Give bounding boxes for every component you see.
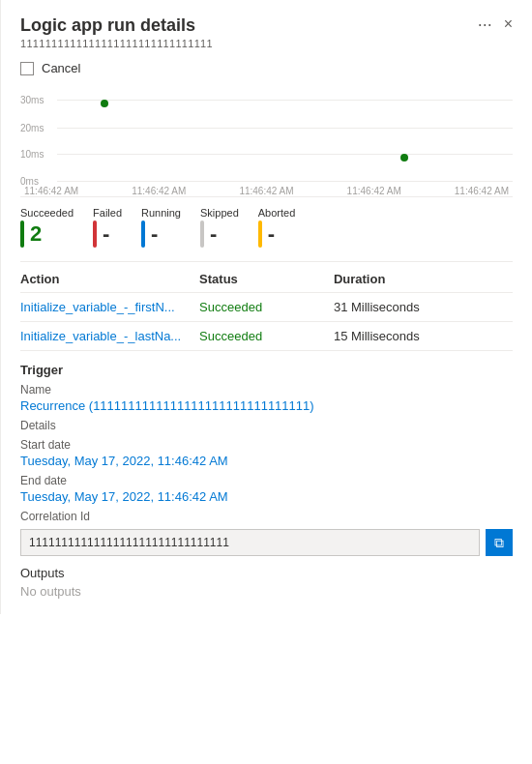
row2-duration: 15 Milliseconds: [334, 329, 513, 343]
status-failed-label: Failed: [93, 207, 122, 219]
chart-area: 30ms 20ms 10ms 0ms 11:46:42 AM 11:46:42 …: [20, 91, 513, 197]
table-row[interactable]: Initialize_variable_-_firstN... Succeede…: [20, 293, 513, 322]
close-button[interactable]: ×: [504, 16, 513, 32]
status-succeeded-value: 2: [30, 223, 42, 245]
correlation-input[interactable]: [20, 529, 480, 556]
col-duration: Duration: [334, 272, 513, 286]
row2-status: Succeeded: [199, 329, 334, 343]
grid-label-10ms: 10ms: [20, 149, 44, 160]
status-failed-value: -: [103, 223, 109, 245]
time-label-1: 11:46:42 AM: [24, 186, 78, 196]
table-row[interactable]: Initialize_variable_-_lastNa... Succeede…: [20, 322, 513, 351]
grid-label-30ms: 30ms: [20, 94, 44, 104]
time-label-3: 11:46:42 AM: [239, 186, 293, 196]
copy-button[interactable]: ⧉: [486, 529, 513, 556]
time-label-4: 11:46:42 AM: [347, 186, 401, 196]
status-aborted: Aborted -: [258, 207, 296, 248]
status-aborted-label: Aborted: [258, 207, 296, 219]
col-status: Status: [199, 272, 334, 286]
status-bar-aborted: [258, 220, 262, 248]
status-bar-failed: [93, 220, 97, 248]
status-aborted-value: -: [268, 223, 275, 245]
row1-duration: 31 Milliseconds: [334, 300, 513, 314]
grid-label-0ms: 0ms: [20, 175, 39, 186]
status-skipped: Skipped -: [200, 207, 239, 248]
ellipsis-button[interactable]: ···: [478, 15, 492, 33]
cancel-label: Cancel: [42, 61, 80, 75]
chart-dot-1: [101, 100, 108, 107]
status-row: Succeeded 2 Failed - Running - Skipped: [20, 207, 513, 248]
trigger-name-value[interactable]: Recurrence (1111111111111111111111111111…: [20, 398, 513, 413]
panel-title: Logic app run details: [20, 15, 213, 36]
row2-action[interactable]: Initialize_variable_-_lastNa...: [20, 329, 199, 343]
correlation-row: ⧉: [20, 529, 513, 556]
status-bar-skipped: [200, 220, 204, 248]
status-skipped-label: Skipped: [200, 207, 239, 219]
status-running: Running -: [141, 207, 181, 248]
trigger-heading: Trigger: [20, 363, 513, 377]
time-label-2: 11:46:42 AM: [132, 186, 186, 196]
col-action: Action: [20, 272, 199, 286]
start-date-label: Start date: [20, 438, 513, 452]
status-bar-running: [141, 220, 145, 248]
correlation-label: Correlation Id: [20, 510, 513, 523]
copy-icon: ⧉: [494, 535, 504, 551]
name-label: Name: [20, 383, 513, 397]
status-failed: Failed -: [93, 207, 122, 248]
start-date-value: Tuesday, May 17, 2022, 11:46:42 AM: [20, 454, 513, 468]
row1-action[interactable]: Initialize_variable_-_firstN...: [20, 300, 199, 314]
status-succeeded: Succeeded 2: [20, 207, 74, 248]
no-outputs: No outputs: [20, 584, 513, 599]
table-header: Action Status Duration: [20, 266, 513, 293]
status-running-label: Running: [141, 207, 181, 219]
time-axis: 11:46:42 AM 11:46:42 AM 11:46:42 AM 11:4…: [20, 186, 513, 196]
end-date-label: End date: [20, 474, 513, 487]
row1-status: Succeeded: [199, 300, 334, 314]
grid-label-20ms: 20ms: [20, 123, 44, 133]
details-label: Details: [20, 419, 513, 432]
status-bar-succeeded: [20, 220, 24, 248]
status-succeeded-label: Succeeded: [20, 207, 74, 219]
time-label-5: 11:46:42 AM: [455, 186, 509, 196]
status-running-value: -: [151, 223, 158, 245]
chart-dot-2: [400, 154, 408, 162]
status-skipped-value: -: [210, 223, 217, 245]
cancel-checkbox[interactable]: [20, 62, 34, 75]
end-date-value: Tuesday, May 17, 2022, 11:46:42 AM: [20, 489, 513, 504]
outputs-label: Outputs: [20, 566, 513, 580]
panel-subtitle: 1111111111111111111111111111111: [20, 38, 213, 49]
